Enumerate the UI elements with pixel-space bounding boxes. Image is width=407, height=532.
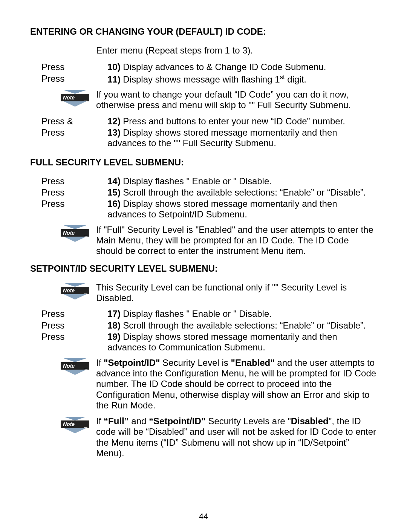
step-16: Press 16) Display shows stored message m…: [30, 199, 377, 220]
step-15-text: 15) Scroll through the available selecti…: [107, 187, 377, 198]
step-13: Press 13) Display shows stored message m…: [30, 127, 377, 149]
step-14: Press 14) Display flashes " Enable or " …: [30, 176, 377, 187]
step-11-text: 11) Display shows message with flashing …: [107, 73, 377, 85]
note-icon-label: Note: [63, 363, 75, 369]
step-13-num: 13): [107, 127, 123, 138]
note-icon-label: Note: [63, 95, 75, 101]
step-10-num: 10): [107, 62, 123, 72]
step-18-left: Press: [30, 320, 107, 331]
step-12-num: 12): [107, 116, 123, 126]
step-19-body: Display shows stored message momentarily…: [107, 332, 337, 352]
step-13-left: Press: [30, 127, 107, 138]
step-11-body-a: Display shows message with flashing 1: [123, 74, 280, 84]
step-10: Press 10) Display advances to & Change I…: [30, 62, 377, 72]
step-18: Press 18) Scroll through the available s…: [30, 320, 377, 331]
note-icon-label: Note: [63, 421, 75, 427]
note5-d: “Setpoint/ID”: [149, 416, 206, 426]
heading-full-security: FULL SECURITY LEVEL SUBMENU:: [30, 157, 377, 168]
step-12-left: Press &: [30, 116, 107, 127]
note4-d: "Enabled": [231, 358, 275, 368]
step-19-left: Press: [30, 332, 107, 342]
note5-e: Security Levels are ": [206, 416, 291, 426]
note-2-text: If "Full" Security Level is "Enabled" an…: [96, 225, 377, 257]
step-13-body: Display shows stored message momentarily…: [107, 127, 337, 148]
step-18-body: Scroll through the available selections:…: [123, 320, 366, 330]
step-12: Press & 12) Press and buttons to enter y…: [30, 116, 377, 127]
enter-text: Enter menu (Repeat steps from 1 to 3).: [96, 45, 377, 56]
step-15-body: Scroll through the available selections:…: [123, 187, 366, 197]
step-14-left: Press: [30, 176, 107, 187]
note5-a: If: [96, 416, 104, 426]
note-icon: Note☞: [61, 90, 89, 109]
step-15: Press 15) Scroll through the available s…: [30, 187, 377, 198]
step-14-text: 14) Display flashes " Enable or " Disabl…: [107, 176, 377, 187]
note-1-text: If you want to change your default “ID C…: [96, 89, 377, 111]
note5-f: Disabled: [291, 416, 329, 426]
step-10-left: Press: [30, 62, 107, 72]
heading-setpoint-id: SETPOINT/ID SECURITY LEVEL SUBMENU:: [30, 263, 377, 274]
manual-page: ENTERING OR CHANGING YOUR (DEFAULT) ID C…: [0, 0, 407, 532]
step-10-body: Display advances to & Change ID Code Sub…: [123, 62, 326, 72]
step-16-body: Display shows stored message momentarily…: [107, 199, 337, 219]
step-17-num: 17): [107, 309, 123, 319]
step-15-num: 15): [107, 187, 123, 197]
step-13-text: 13) Display shows stored message momenta…: [107, 127, 377, 149]
enter-menu-row: Enter menu (Repeat steps from 1 to 3).: [30, 45, 377, 56]
note-4-text: If "Setpoint/ID" Security Level is "Enab…: [96, 358, 377, 411]
note-3-text: This Security Level can be functional on…: [96, 282, 377, 304]
step-17-text: 17) Display flashes " Enable or " Disabl…: [107, 309, 377, 319]
step-16-left: Press: [30, 199, 107, 209]
note4-c: Security Level is: [160, 358, 231, 368]
note-icon: Note☞: [61, 225, 89, 244]
step-11-body-b: digit.: [285, 74, 306, 84]
step-11-left: Press: [30, 73, 107, 84]
step-12-body: Press and buttons to enter your new “ID …: [123, 116, 345, 126]
step-11: Press 11) Display shows message with fla…: [30, 73, 377, 85]
step-18-num: 18): [107, 320, 123, 330]
note4-b: "Setpoint/ID": [104, 358, 160, 368]
step-14-body: Display flashes " Enable or " Disable.: [123, 176, 272, 186]
step-14-num: 14): [107, 176, 123, 186]
step-18-text: 18) Scroll through the available selecti…: [107, 320, 377, 331]
step-16-num: 16): [107, 199, 123, 209]
note-5-row: Note☞ If “Full” and “Setpoint/ID” Securi…: [30, 416, 377, 459]
note4-a: If: [96, 358, 104, 368]
note5-b: “Full”: [104, 416, 129, 426]
note-4-row: Note☞ If "Setpoint/ID" Security Level is…: [30, 358, 377, 411]
heading-entering-id: ENTERING OR CHANGING YOUR (DEFAULT) ID C…: [30, 26, 377, 37]
note5-c: and: [129, 416, 149, 426]
step-17: Press 17) Display flashes " Enable or " …: [30, 309, 377, 319]
note-2-row: Note☞ If "Full" Security Level is "Enabl…: [30, 225, 377, 257]
note-1-row: Note☞ If you want to change your default…: [30, 89, 377, 111]
note-3-row: Note☞ This Security Level can be functio…: [30, 282, 377, 304]
step-15-left: Press: [30, 187, 107, 198]
step-12-text: 12) Press and buttons to enter your new …: [107, 116, 377, 127]
step-19: Press 19) Display shows stored message m…: [30, 332, 377, 353]
step-10-text: 10) Display advances to & Change ID Code…: [107, 62, 377, 72]
note-icon: Note☞: [61, 358, 89, 377]
note-5-text: If “Full” and “Setpoint/ID” Security Lev…: [96, 416, 377, 459]
step-17-left: Press: [30, 309, 107, 319]
step-19-text: 19) Display shows stored message momenta…: [107, 332, 377, 353]
step-16-text: 16) Display shows stored message momenta…: [107, 199, 377, 220]
page-number: 44: [0, 512, 407, 521]
note-icon: Note☞: [61, 283, 89, 302]
note-icon-label: Note: [63, 287, 75, 294]
note-icon-label: Note: [63, 230, 75, 236]
step-11-num: 11): [107, 74, 123, 84]
step-19-num: 19): [107, 332, 123, 342]
step-17-body: Display flashes " Enable or " Disable.: [123, 309, 272, 319]
note-icon: Note☞: [61, 417, 89, 436]
step-11-sup: st: [280, 73, 285, 81]
